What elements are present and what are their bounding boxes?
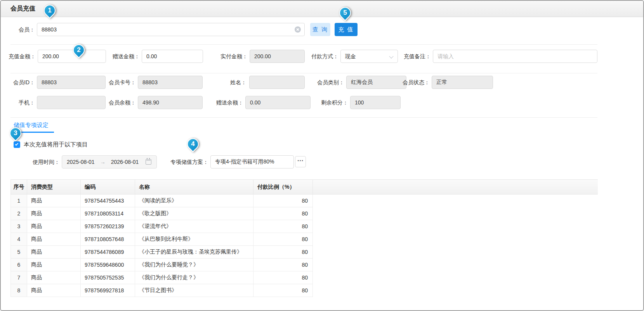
project-checkbox[interactable]	[14, 141, 20, 148]
member-status-label: 会员状态：	[398, 76, 430, 89]
recharge-amount-label: 充值金额：	[3, 50, 36, 63]
cell-code: 9787559648600	[81, 259, 135, 271]
col-header-code: 编码	[81, 180, 135, 195]
cell-name: 《我们为什么要睡觉？》	[135, 259, 253, 271]
date-end[interactable]: 2026-08-01	[111, 159, 139, 165]
paid-amount-label: 实付金额：	[217, 50, 248, 63]
cell-code: 9787108053114	[81, 207, 135, 220]
query-button[interactable]: 查 询	[310, 23, 330, 36]
cell-code: 9787572602139	[81, 220, 135, 233]
cell-filler	[313, 284, 598, 297]
member-input[interactable]	[37, 23, 305, 36]
plan-items-table: 序号 消费类型 编码 名称 付款比例（%） 1 商品 9787544755443…	[10, 179, 598, 297]
col-header-filler	[313, 180, 598, 195]
cell-type: 商品	[27, 259, 81, 271]
use-time-label: 使用时间：	[31, 155, 60, 169]
cell-filler	[313, 207, 598, 220]
payment-method-select[interactable]: 现金	[340, 50, 398, 63]
member-type-label: 会员类别：	[312, 76, 344, 89]
cell-code: 9787505752535	[81, 271, 135, 284]
cell-ratio: 80	[253, 207, 313, 220]
divider	[10, 117, 597, 118]
cell-name: 《节日之图书》	[135, 284, 253, 297]
table-row: 1 商品 9787544755443 《阅读的至乐》 80	[11, 195, 598, 207]
date-range-picker[interactable]: 2025-08-01 → 2026-08-01	[62, 155, 157, 169]
cell-filler	[313, 246, 598, 259]
member-recharge-window: 会员充值 会员： 查 询 充 值 充值金额： 赠送金额： 实付金额： 付款方式：…	[0, 0, 644, 311]
cell-ratio: 80	[253, 246, 313, 259]
divider	[10, 44, 597, 45]
table-row: 3 商品 9787572602139 《逆流年代》 80	[11, 220, 598, 233]
cell-code: 9787108057648	[81, 233, 135, 246]
member-label: 会员：	[8, 23, 35, 36]
arrow-right-icon: →	[100, 159, 106, 165]
cell-name: 《阅读的至乐》	[135, 195, 253, 207]
member-id-input	[37, 76, 106, 89]
card-no-label: 会员卡号：	[105, 76, 136, 89]
table-row: 7 商品 9787505752535 《我们为什么要行走？》 80	[11, 271, 598, 284]
cell-code: 9787544786089	[81, 246, 135, 259]
table-row: 5 商品 9787544786089 《小王子的星辰与玫瑰：圣埃克苏佩里传》 8…	[11, 246, 598, 259]
cell-filler	[313, 195, 598, 207]
cell-ratio: 80	[253, 233, 313, 246]
date-start[interactable]: 2025-08-01	[67, 159, 95, 165]
cell-ratio: 80	[253, 259, 313, 271]
cell-ratio: 80	[253, 271, 313, 284]
divider	[10, 73, 597, 73]
card-no-input	[138, 76, 203, 89]
chevron-down-icon	[389, 54, 393, 58]
cell-filler	[313, 271, 598, 284]
cell-filler	[313, 259, 598, 271]
cell-name: 《逆流年代》	[135, 220, 253, 233]
project-checkbox-label: 本次充值将用于以下项目	[24, 141, 88, 148]
gift-balance-label: 赠送余额：	[212, 96, 243, 109]
cell-no: 1	[11, 195, 27, 207]
calendar-icon	[146, 159, 151, 165]
points-input	[350, 96, 401, 109]
cell-type: 商品	[27, 271, 81, 284]
phone-input	[37, 96, 106, 109]
clear-icon[interactable]	[295, 26, 301, 33]
cell-code: 9787544755443	[81, 195, 135, 207]
table-row: 8 商品 9787569927818 《节日之图书》 80	[11, 284, 598, 297]
paid-amount-input	[250, 50, 305, 63]
step-badge-4: 4	[185, 136, 201, 152]
cell-filler	[313, 233, 598, 246]
points-label: 剩余积分：	[317, 96, 348, 109]
cell-name: 《从巴黎到比利牛斯》	[135, 233, 253, 246]
cell-type: 商品	[27, 195, 81, 207]
member-type-input	[346, 76, 406, 89]
table-body: 1 商品 9787544755443 《阅读的至乐》 80 2 商品 97871…	[11, 195, 598, 297]
plan-input[interactable]	[210, 155, 294, 169]
col-header-no: 序号	[11, 180, 27, 195]
cell-code: 9787569927818	[81, 284, 135, 297]
member-id-label: 会员ID：	[8, 76, 35, 89]
recharge-amount-input[interactable]	[38, 50, 106, 63]
cell-no: 3	[11, 220, 27, 233]
table-row: 6 商品 9787559648600 《我们为什么要睡觉？》 80	[11, 259, 598, 271]
member-status-input	[432, 76, 493, 89]
table-row: 4 商品 9787108057648 《从巴黎到比利牛斯》 80	[11, 233, 598, 246]
col-header-type: 消费类型	[27, 180, 81, 195]
recharge-button[interactable]: 充 值	[335, 23, 358, 36]
cell-no: 4	[11, 233, 27, 246]
cell-ratio: 80	[253, 220, 313, 233]
cell-no: 8	[11, 284, 27, 297]
cell-ratio: 80	[253, 284, 313, 297]
plan-label: 专项储值方案：	[166, 155, 208, 169]
more-button[interactable]: ···	[295, 156, 306, 167]
balance-input	[138, 96, 203, 109]
cell-filler	[313, 220, 598, 233]
cell-type: 商品	[27, 284, 81, 297]
phone-label: 手机：	[8, 96, 35, 109]
gift-amount-input[interactable]	[142, 50, 203, 63]
payment-method-value: 现金	[345, 53, 356, 59]
payment-method-label: 付款方式：	[307, 50, 338, 63]
remark-label: 充值备注：	[400, 50, 431, 63]
balance-label: 会员余额：	[105, 96, 136, 109]
cell-no: 5	[11, 246, 27, 259]
title-bar: 会员充值	[1, 1, 643, 17]
cell-type: 商品	[27, 233, 81, 246]
remark-input[interactable]	[433, 50, 597, 63]
check-icon	[15, 142, 18, 146]
